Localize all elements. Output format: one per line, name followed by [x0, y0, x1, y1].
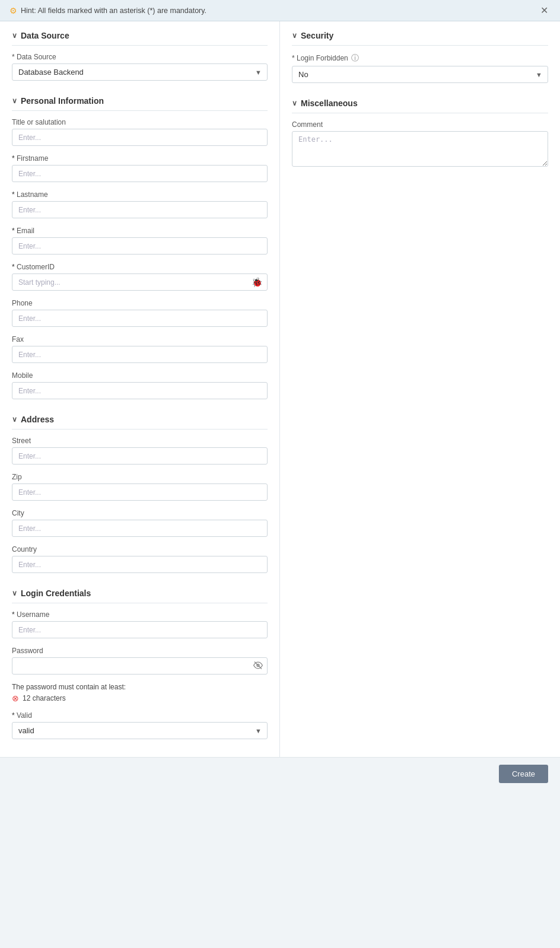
loginforbidden-select[interactable]: No Yes: [292, 66, 548, 83]
password-rule-text: 12 characters: [23, 694, 66, 702]
datasource-chevron-icon: ∨: [12, 31, 17, 40]
firstname-input[interactable]: [12, 165, 268, 182]
customerid-search-icon: 🐞: [252, 277, 263, 288]
datasource-field-group: * Data Source Database Backend LDAP SAML…: [12, 53, 268, 81]
mobile-label: Mobile: [12, 371, 268, 380]
city-field-group: City: [12, 509, 268, 537]
loginforbidden-field-group: * Login Forbidden ⓘ No Yes ▼: [292, 53, 548, 83]
firstname-label: Firstname: [12, 154, 268, 163]
valid-select-wrapper: valid invalid ▼: [12, 722, 268, 739]
street-input[interactable]: [12, 447, 268, 465]
password-label: Password: [12, 647, 268, 655]
city-input[interactable]: [12, 520, 268, 537]
lastname-field-group: Lastname: [12, 190, 268, 218]
password-hint-block: The password must contain at least: ⊗ 12…: [12, 683, 268, 703]
phone-label: Phone: [12, 299, 268, 307]
personal-chevron-icon: ∨: [12, 97, 17, 105]
title-input[interactable]: [12, 129, 268, 146]
password-hint-title: The password must contain at least:: [12, 683, 268, 691]
logincreds-section-label: Login Credentials: [21, 588, 91, 598]
customerid-field-group: CustomerID 🐞: [12, 263, 268, 291]
loginforbidden-label: * Login Forbidden ⓘ: [292, 53, 548, 63]
address-section-header: ∨ Address: [12, 415, 268, 430]
password-input[interactable]: [12, 657, 268, 675]
password-field-group: Password: [12, 647, 268, 675]
rule-fail-icon: ⊗: [12, 693, 19, 703]
security-section-label: Security: [301, 31, 333, 40]
footer-bar: Create: [0, 757, 560, 790]
password-input-wrapper: [12, 657, 268, 675]
right-column: ∨ Security * Login Forbidden ⓘ No Yes ▼ …: [280, 21, 560, 757]
username-label: Username: [12, 610, 268, 619]
customerid-input[interactable]: [12, 273, 268, 291]
lastname-input[interactable]: [12, 201, 268, 218]
comment-field-group: Comment: [292, 120, 548, 168]
misc-chevron-icon: ∨: [292, 99, 297, 107]
fax-label: Fax: [12, 335, 268, 343]
comment-textarea[interactable]: [292, 131, 548, 167]
personal-section-label: Personal Information: [21, 96, 104, 106]
loginforbidden-label-text: * Login Forbidden: [292, 54, 348, 62]
logincreds-section-header: ∨ Login Credentials: [12, 588, 268, 603]
zip-label: Zip: [12, 473, 268, 481]
hint-icon: ⚙: [9, 6, 17, 15]
datasource-select-wrapper: Database Backend LDAP SAML ▼: [12, 63, 268, 81]
personal-section-header: ∨ Personal Information: [12, 96, 268, 111]
phone-input[interactable]: [12, 310, 268, 327]
city-label: City: [12, 509, 268, 517]
customerid-label: CustomerID: [12, 263, 268, 271]
zip-field-group: Zip: [12, 473, 268, 501]
datasource-label: * Data Source: [12, 53, 268, 61]
username-field-group: Username: [12, 610, 268, 638]
password-rule-characters: ⊗ 12 characters: [12, 693, 268, 703]
street-field-group: Street: [12, 437, 268, 465]
firstname-field-group: Firstname: [12, 154, 268, 182]
close-button[interactable]: ✕: [538, 5, 551, 16]
misc-section-header: ∨ Miscellaneous: [292, 98, 548, 113]
country-label: Country: [12, 545, 268, 553]
mobile-field-group: Mobile: [12, 371, 268, 399]
left-column: ∨ Data Source * Data Source Database Bac…: [0, 21, 280, 757]
address-section-label: Address: [21, 415, 54, 424]
title-label: Title or salutation: [12, 118, 268, 126]
address-chevron-icon: ∨: [12, 415, 17, 424]
username-input[interactable]: [12, 621, 268, 638]
password-toggle-icon[interactable]: [253, 660, 263, 672]
datasource-section-label: Data Source: [21, 31, 69, 40]
hint-bar: ⚙ Hint: All fields marked with an asteri…: [0, 0, 560, 21]
phone-field-group: Phone: [12, 299, 268, 327]
email-input[interactable]: [12, 237, 268, 255]
fax-input[interactable]: [12, 346, 268, 363]
customerid-input-wrapper: 🐞: [12, 273, 268, 291]
misc-section-label: Miscellaneous: [301, 98, 358, 108]
email-field-group: Email: [12, 227, 268, 255]
main-layout: ∨ Data Source * Data Source Database Bac…: [0, 21, 560, 757]
datasource-section-header: ∨ Data Source: [12, 31, 268, 46]
valid-label: Valid: [12, 711, 268, 720]
email-label: Email: [12, 227, 268, 235]
fax-field-group: Fax: [12, 335, 268, 363]
create-button[interactable]: Create: [499, 765, 548, 783]
street-label: Street: [12, 437, 268, 445]
title-field-group: Title or salutation: [12, 118, 268, 146]
mobile-input[interactable]: [12, 382, 268, 399]
loginforbidden-info-icon: ⓘ: [351, 53, 359, 63]
valid-field-group: Valid valid invalid ▼: [12, 711, 268, 739]
hint-text: Hint: All fields marked with an asterisk…: [21, 7, 206, 15]
country-field-group: Country: [12, 545, 268, 573]
logincreds-chevron-icon: ∨: [12, 589, 17, 597]
zip-input[interactable]: [12, 483, 268, 501]
lastname-label: Lastname: [12, 190, 268, 199]
country-input[interactable]: [12, 556, 268, 573]
valid-select[interactable]: valid invalid: [12, 722, 268, 739]
security-chevron-icon: ∨: [292, 31, 297, 40]
comment-label: Comment: [292, 120, 548, 129]
loginforbidden-select-wrapper: No Yes ▼: [292, 66, 548, 83]
datasource-select[interactable]: Database Backend LDAP SAML: [12, 63, 268, 81]
security-section-header: ∨ Security: [292, 31, 548, 46]
